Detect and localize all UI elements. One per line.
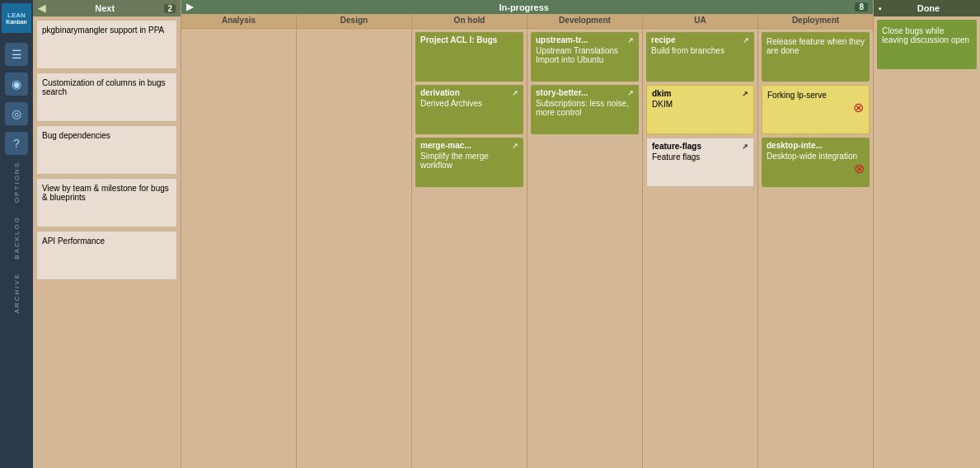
- inprogress-header: ▶ In-progress 8: [181, 0, 873, 14]
- featureflags-ext-icon: ↗: [742, 143, 748, 151]
- card-featureflags[interactable]: feature-flags ↗ Feature flags: [646, 138, 754, 187]
- app-container: LEAN Kanban ☰ ◉ ◎ ? OPTIONS BACKLOG ARCH…: [0, 0, 980, 468]
- subcol-design-header: Design: [297, 14, 411, 29]
- column-next: ◀ Next 2 pkgbinarymangler support in PPA…: [33, 0, 181, 468]
- user-icon[interactable]: ◉: [5, 73, 28, 96]
- subcol-development-body: upstream-tr... ↗ Upstream Translations I…: [528, 29, 642, 468]
- subcol-deployment: Deployment Release feature when they are…: [758, 14, 873, 468]
- forkingip-error-badge: ⊗: [767, 100, 864, 115]
- column-done: ▪ Done Close bugs while leaving discussi…: [873, 0, 980, 468]
- column-inprogress: ▶ In-progress 8 Analysis Design On hold: [181, 0, 873, 468]
- card-derivation[interactable]: derivation ↗ Derived Archives: [415, 85, 523, 134]
- done-cards-container: Close bugs while leaving discussion open: [874, 16, 980, 468]
- recipe-ext-icon: ↗: [743, 36, 749, 44]
- card-customization[interactable]: Customization of columns in bugs search: [36, 73, 177, 122]
- inprogress-arrow: ▶: [186, 2, 193, 12]
- card-upstream[interactable]: upstream-tr... ↗ Upstream Translations I…: [531, 32, 639, 82]
- subcol-onhold: On hold Project ACL I: Bugs derivation ↗: [412, 14, 528, 468]
- subcol-ua-header: UA: [643, 14, 757, 29]
- dkim-ext-icon: ↗: [742, 90, 748, 98]
- card-dkim[interactable]: dkim ↗ DKIM: [646, 85, 754, 134]
- card-apiperformance[interactable]: API Performance: [36, 231, 177, 280]
- inprogress-count: 8: [855, 2, 868, 12]
- card-acl[interactable]: Project ACL I: Bugs: [415, 32, 523, 82]
- kanban-board: ◀ Next 2 pkgbinarymangler support in PPA…: [33, 0, 980, 468]
- subcol-onhold-body: Project ACL I: Bugs derivation ↗ Derived…: [412, 29, 527, 468]
- card-viewbymilestone[interactable]: View by team & milestone for bugs & blue…: [36, 178, 177, 227]
- card-desktopinte[interactable]: desktop-inte... Desktop-wide integration…: [762, 138, 870, 187]
- menu-icon[interactable]: ☰: [5, 43, 28, 66]
- subcol-analysis: Analysis: [181, 14, 297, 468]
- next-label: Next: [95, 3, 115, 13]
- next-arrow: ◀: [38, 2, 45, 14]
- subcol-analysis-header: Analysis: [181, 14, 296, 29]
- sidebar: LEAN Kanban ☰ ◉ ◎ ? OPTIONS BACKLOG ARCH…: [0, 0, 33, 468]
- subcol-development: Development upstream-tr... ↗ Upstream Tr…: [528, 14, 643, 468]
- card-closebugs[interactable]: Close bugs while leaving discussion open: [877, 20, 977, 69]
- card-storybetter[interactable]: story-better... ↗ Subscriptions: less no…: [531, 85, 639, 134]
- upstream-ext-icon: ↗: [627, 36, 634, 44]
- storybetter-ext-icon: ↗: [627, 89, 634, 97]
- inprogress-body: Analysis Design On hold Project ACL I: B…: [181, 14, 873, 468]
- next-cards-container: pkgbinarymangler support in PPA Customiz…: [33, 16, 181, 468]
- derivation-ext-icon: ↗: [512, 89, 518, 97]
- subcol-development-header: Development: [528, 14, 642, 29]
- card-bugdependencies[interactable]: Bug dependencies: [36, 125, 177, 175]
- sidebar-backlog-label: BACKLOG: [13, 209, 21, 266]
- column-next-header: ◀ Next 2: [33, 0, 181, 16]
- logo-kanban: Kanban: [6, 19, 27, 25]
- card-release[interactable]: Release feature when they are done: [762, 32, 870, 82]
- sidebar-icons: ☰ ◉ ◎ ?: [5, 43, 28, 155]
- circle-icon[interactable]: ◎: [5, 102, 28, 125]
- card-recipe[interactable]: recipe ↗ Build from branches: [646, 32, 754, 82]
- sidebar-options-label: OPTIONS: [13, 155, 21, 209]
- subcol-ua: UA recipe ↗ Build from branches dkim: [643, 14, 758, 468]
- card-pkgbinary[interactable]: pkgbinarymangler support in PPA: [36, 20, 177, 69]
- subcol-analysis-body: [181, 29, 296, 468]
- subcol-deployment-header: Deployment: [758, 14, 873, 29]
- desktopinte-error-badge: ⊗: [767, 161, 865, 176]
- done-label: Done: [917, 3, 940, 13]
- sidebar-archive-label: ARCHIVE: [13, 266, 21, 321]
- subcol-design-body: [297, 29, 411, 468]
- subcol-deployment-body: Release feature when they are done Forki…: [758, 29, 873, 468]
- done-header: ▪ Done: [874, 0, 980, 16]
- mergemac-ext-icon: ↗: [512, 142, 518, 150]
- logo-lean: LEAN: [7, 12, 26, 19]
- sidebar-logo[interactable]: LEAN Kanban: [2, 3, 31, 33]
- help-icon[interactable]: ?: [5, 132, 28, 155]
- next-count: 2: [164, 4, 176, 13]
- subcol-design: Design: [297, 14, 412, 468]
- card-mergemac[interactable]: merge-mac... ↗ Simplify the merge workfl…: [415, 138, 523, 187]
- inprogress-label: In-progress: [193, 2, 855, 12]
- subcol-ua-body: recipe ↗ Build from branches dkim ↗ DKIM: [643, 29, 757, 468]
- subcol-onhold-header: On hold: [412, 14, 527, 29]
- card-forkingip[interactable]: Forking lp-serve ⊗: [762, 85, 870, 134]
- done-minimize[interactable]: ▪: [879, 3, 882, 13]
